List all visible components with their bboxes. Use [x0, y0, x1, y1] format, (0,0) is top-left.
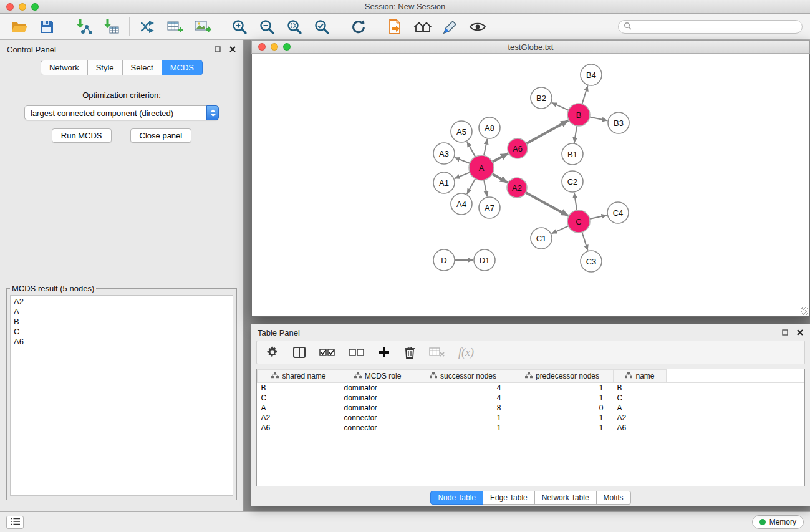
delete-table-icon[interactable]	[429, 346, 445, 359]
edge-A-A8[interactable]	[484, 139, 487, 156]
node-C[interactable]: C	[567, 210, 590, 233]
node-B2[interactable]: B2	[531, 87, 552, 109]
network-minimize-button[interactable]	[271, 43, 278, 51]
tab-node-table[interactable]: Node Table	[430, 491, 483, 505]
zoom-window-button[interactable]	[31, 3, 39, 11]
eye-icon[interactable]	[468, 17, 487, 36]
mcds-result-list[interactable]: A2ABCA6	[10, 295, 233, 496]
result-item[interactable]: A	[14, 307, 229, 317]
criterion-select[interactable]: largest connected component (directed)	[24, 105, 219, 120]
node-A3[interactable]: A3	[433, 143, 455, 164]
add-row-icon[interactable]	[378, 346, 390, 359]
result-item[interactable]: A2	[14, 297, 229, 307]
table-cell[interactable]: dominator	[340, 383, 415, 393]
node-A6[interactable]: A6	[508, 138, 528, 158]
network-zoom-button[interactable]	[283, 43, 291, 51]
edge-A-A4[interactable]	[467, 179, 476, 195]
node-B3[interactable]: B3	[608, 112, 629, 133]
tab-edge-table[interactable]: Edge Table	[483, 491, 535, 505]
table-cell[interactable]: 0	[511, 403, 614, 413]
node-table[interactable]: shared nameMCDS rolesuccessor nodesprede…	[256, 369, 805, 486]
edge-A-A2[interactable]	[492, 174, 508, 183]
table-cell[interactable]: A6	[614, 423, 667, 433]
edge-B-B4[interactable]	[582, 85, 587, 104]
run-mcds-button[interactable]: Run MCDS	[52, 128, 112, 143]
table-row[interactable]: Bdominator41B	[258, 383, 805, 393]
export-image-icon[interactable]	[193, 17, 212, 36]
close-panel-button[interactable]: Close panel	[130, 128, 192, 143]
table-cell[interactable]: connector	[340, 413, 415, 423]
table-cell[interactable]: 1	[415, 413, 511, 423]
node-B1[interactable]: B1	[562, 143, 583, 165]
node-A7[interactable]: A7	[479, 197, 500, 218]
table-row[interactable]: A6connector11A6	[258, 423, 805, 433]
column-header[interactable]: MCDS role	[340, 370, 415, 383]
column-header[interactable]: successor nodes	[415, 370, 511, 383]
tab-network[interactable]: Network	[41, 60, 88, 75]
zoom-in-icon[interactable]	[230, 17, 249, 36]
node-C2[interactable]: C2	[562, 171, 583, 192]
edge-C-C4[interactable]	[590, 215, 607, 219]
result-item[interactable]: C	[14, 327, 229, 337]
edge-C-C3[interactable]	[582, 232, 587, 251]
table-cell[interactable]: 1	[415, 423, 511, 433]
result-item[interactable]: A6	[14, 337, 229, 347]
edge-A-A1[interactable]	[455, 172, 470, 178]
network-canvas[interactable]: AA1A2A3A4A5A6A7A8BB1B2B3B4CC1C2C3C4DD1	[251, 54, 810, 317]
table-cell[interactable]: C	[614, 393, 667, 403]
edge-B-B2[interactable]	[551, 102, 568, 110]
node-C3[interactable]: C3	[581, 251, 602, 272]
node-D1[interactable]: D1	[474, 249, 495, 271]
export-document-icon[interactable]	[386, 17, 405, 36]
table-cell[interactable]: B	[614, 383, 667, 393]
table-cell[interactable]: 1	[511, 383, 614, 393]
memory-button[interactable]: Memory	[752, 515, 804, 529]
table-cell[interactable]: A2	[258, 413, 340, 423]
refresh-layout-icon[interactable]	[349, 17, 368, 36]
home-icon[interactable]	[413, 17, 432, 36]
function-builder-icon[interactable]: f(x)	[458, 346, 474, 359]
zoom-out-icon[interactable]	[258, 17, 276, 36]
edge-A2-C[interactable]	[526, 193, 568, 216]
table-cell[interactable]: B	[258, 383, 340, 393]
edge-A-A7[interactable]	[484, 180, 487, 197]
import-table-file-icon[interactable]	[102, 17, 120, 36]
new-network-icon[interactable]	[138, 17, 157, 36]
edge-C-C2[interactable]	[574, 193, 577, 210]
node-B[interactable]: B	[567, 104, 590, 126]
float-table-panel-icon[interactable]	[781, 329, 789, 336]
table-row[interactable]: A2connector11A2	[258, 413, 805, 423]
table-cell[interactable]: A2	[614, 413, 667, 423]
node-A8[interactable]: A8	[479, 117, 500, 138]
edge-C-C1[interactable]	[551, 226, 568, 233]
table-row[interactable]: Adominator80A	[258, 403, 805, 413]
show-panels-button[interactable]	[6, 516, 24, 529]
float-panel-icon[interactable]	[214, 46, 221, 53]
node-A[interactable]: A	[469, 155, 494, 180]
table-cell[interactable]: dominator	[340, 403, 415, 413]
delete-row-icon[interactable]	[403, 346, 416, 359]
table-cell[interactable]: 1	[511, 393, 614, 403]
tab-network-table[interactable]: Network Table	[535, 491, 597, 505]
resize-grip[interactable]	[801, 307, 808, 315]
node-B4[interactable]: B4	[581, 64, 602, 85]
close-panel-icon[interactable]	[229, 46, 236, 53]
edge-A-A6[interactable]	[493, 153, 508, 162]
save-session-icon[interactable]	[37, 17, 56, 36]
network-close-button[interactable]	[258, 43, 266, 51]
node-C1[interactable]: C1	[531, 228, 552, 249]
column-header[interactable]: predecessor nodes	[511, 370, 614, 383]
deselect-all-icon[interactable]	[349, 346, 365, 359]
table-cell[interactable]: 4	[415, 393, 511, 403]
tab-style[interactable]: Style	[88, 60, 123, 75]
gear-icon[interactable]	[266, 346, 279, 359]
close-table-panel-icon[interactable]	[796, 329, 804, 336]
tab-motifs[interactable]: Motifs	[597, 491, 631, 505]
result-item[interactable]: B	[14, 317, 229, 327]
open-file-icon[interactable]	[10, 17, 29, 36]
table-cell[interactable]: A	[258, 403, 340, 413]
edge-A-A3[interactable]	[455, 157, 470, 163]
node-D[interactable]: D	[433, 249, 455, 271]
table-cell[interactable]: connector	[340, 423, 415, 433]
import-network-file-icon[interactable]	[74, 17, 93, 36]
